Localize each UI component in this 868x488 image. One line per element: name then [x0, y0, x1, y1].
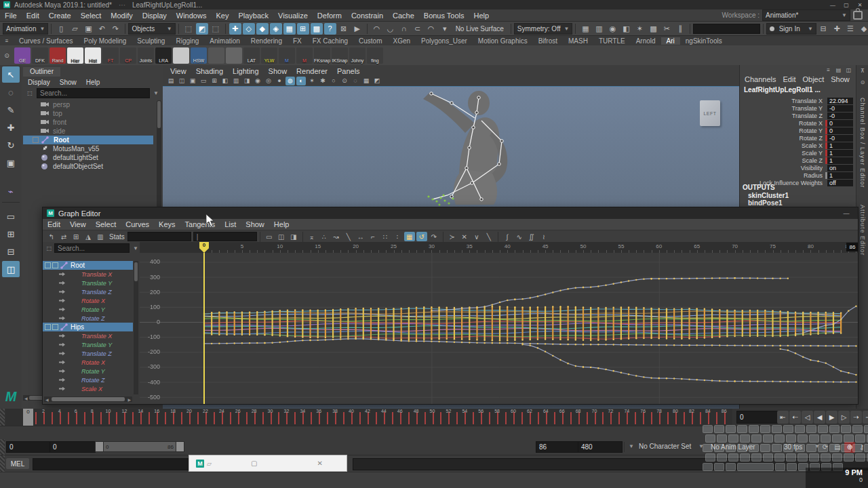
graph-editor-menu-show[interactable]: Show [241, 220, 269, 228]
viewport-icon-14[interactable]: ✱ [318, 77, 328, 85]
character-walk-button[interactable]: ⚷ [856, 442, 867, 453]
shelf-tab-curves-surfaces[interactable]: Curves / Surfaces [14, 37, 78, 45]
render-current-frame-button[interactable]: ▥ [593, 23, 605, 35]
floating-mini-window[interactable]: M ▱ ▢ ✕ [189, 455, 347, 472]
go-to-end-button[interactable]: ⇥ [863, 411, 868, 424]
channel-value-field[interactable]: 1 [827, 150, 853, 157]
ge-lattice-deform-tool[interactable]: ⊞ [71, 232, 81, 241]
tab-channel-box-layer-editor[interactable]: Channel Box / Layer Editor [859, 98, 866, 188]
ge-curve-smoothness-button[interactable]: ∬ [526, 232, 537, 241]
shelf-item-iksnap[interactable]: IKSnap [332, 47, 348, 64]
chevron-down-icon[interactable]: ▼ [153, 90, 159, 96]
snap-options-caret[interactable]: ▾ [439, 23, 451, 35]
current-time-field[interactable]: 0 [736, 411, 778, 424]
graph-search-input[interactable]: Search... [54, 243, 130, 253]
graph-tree-hscrollbar[interactable]: ◀ ▶ [44, 396, 132, 402]
shelf-menu-icon[interactable]: ≡ [1, 37, 13, 45]
lasso-select-tool[interactable]: ◌ [2, 84, 20, 100]
snap-magnet-3-icon[interactable]: ∩ [398, 23, 410, 35]
graph-editor-menu-edit[interactable]: Edit [43, 220, 65, 228]
menu-edit[interactable]: Edit [22, 12, 44, 20]
graph-node-root[interactable]: Root [43, 261, 133, 270]
expand-box[interactable] [45, 324, 51, 330]
graph-channel-translate-z[interactable]: Translate Z [43, 349, 133, 358]
channel-value-field[interactable]: 1 [827, 157, 853, 164]
ge-insert-keys-tool[interactable]: ⇄ [58, 232, 69, 241]
shelf-item-ylw[interactable]: YLW [261, 47, 277, 64]
ge-retime-tool[interactable]: ▥ [95, 232, 106, 241]
modeling-toolkit-toggle[interactable]: ⊟ [817, 23, 829, 35]
shelf-item-icon-9[interactable] [173, 47, 189, 64]
quick-help-toggle[interactable]: ? [324, 23, 336, 35]
shelf-tab-poly-modeling[interactable]: Poly Modeling [78, 37, 132, 45]
ge-auto-tangent-button[interactable]: ∶ [392, 232, 403, 241]
viewport-menu-view[interactable]: View [165, 67, 191, 75]
sidebar-pin-icon[interactable]: ⊼ [857, 65, 868, 77]
graph-channel-translate-y[interactable]: Translate Y [43, 279, 133, 287]
menu-help[interactable]: Help [469, 12, 494, 20]
command-line-grip[interactable] [0, 455, 5, 472]
shelf-item-m[interactable]: M [296, 47, 313, 64]
play-forwards-button[interactable]: ▶ [826, 411, 837, 424]
outliner-search-input[interactable]: Search... [37, 88, 150, 98]
menu-visualize[interactable]: Visualize [273, 12, 313, 20]
graph-channel-rotate-y[interactable]: Rotate Y [43, 367, 133, 375]
graph-channel-rotate-z[interactable]: Rotate Z [43, 375, 133, 384]
ge-unify-tangents-button[interactable]: ✕ [459, 232, 470, 241]
filter-icon[interactable]: ⬚ [24, 87, 36, 99]
menu-deform[interactable]: Deform [313, 12, 347, 20]
select-hierarchy-toggle[interactable]: ⬚ [182, 23, 195, 35]
shelf-item-ft[interactable]: FT [102, 47, 119, 64]
graph-channel-translate-x[interactable]: Translate X [43, 270, 133, 279]
new-scene-button[interactable]: ▯ [55, 23, 67, 35]
pause-viewport-button[interactable]: ∥ [674, 23, 686, 35]
fps-selector[interactable]: 30 fps [784, 443, 802, 451]
expand-box[interactable] [52, 324, 58, 330]
viewport-menu-renderer[interactable]: Renderer [292, 67, 332, 75]
graph-channel-rotate-x[interactable]: Rotate X [43, 296, 133, 305]
channel-value-field[interactable]: 1 [827, 142, 853, 149]
output-node-skincluster1[interactable]: skinCluster1 [748, 192, 789, 199]
character-mesh[interactable] [380, 88, 542, 206]
ge-break-tangents-button[interactable]: ≻ [447, 232, 458, 241]
shelf-item-johny[interactable]: Johny [349, 47, 366, 64]
select-component-toggle[interactable]: ⬚ [210, 23, 222, 35]
shelf-tab-xgen[interactable]: XGen [387, 37, 416, 45]
outliner-item-root[interactable]: Root [23, 136, 153, 144]
go-to-start-button[interactable]: ⇤ [777, 411, 789, 424]
open-scene-button[interactable]: ▱ [68, 23, 81, 35]
move-tool-icon[interactable]: ✚ [229, 23, 241, 35]
stats-value-field[interactable]: | [193, 232, 257, 241]
command-language-button[interactable]: MEL [6, 458, 29, 469]
current-frame-marker[interactable]: 0 [23, 409, 33, 426]
ge-post-infinity-cycle-button[interactable]: ∿ [514, 232, 525, 241]
viewport-icon-12[interactable]: ◐ [296, 77, 306, 85]
graph-channel-scale-x[interactable]: Scale X [43, 384, 133, 393]
outliner-item-side[interactable]: side [23, 127, 153, 136]
snap-view-plane-toggle[interactable]: ▦ [283, 23, 296, 35]
menu-windows[interactable]: Windows [172, 12, 212, 20]
ge-region-tool[interactable]: ◮ [83, 232, 94, 241]
snap-magnet-2-icon[interactable]: ◡ [384, 23, 397, 35]
shelf-tab-ngskintools[interactable]: ngSkinTools [680, 37, 728, 45]
ge-step-tangent-button[interactable]: ↔ [355, 232, 366, 241]
snap-magnet-4-icon[interactable]: ⊂ [412, 23, 424, 35]
sever-button[interactable]: ✂ [660, 23, 673, 35]
outliner-item-defaultobjectset[interactable]: defaultObjectSet [23, 162, 153, 171]
snap-center-toggle[interactable]: ◈ [270, 23, 282, 35]
stats-frame-field[interactable] [127, 232, 191, 241]
output-node-bindpose1[interactable]: bindPose1 [748, 199, 789, 207]
shelf-item-icon-11[interactable] [208, 47, 224, 64]
ge-linear-tangent-button[interactable]: ↝ [331, 232, 342, 241]
graph-editor-menu-view[interactable]: View [65, 220, 91, 228]
range-handle-right[interactable] [176, 442, 184, 451]
step-forward-key-button[interactable]: ▷ [838, 411, 850, 424]
viewport-icon-19[interactable]: ◩ [372, 77, 382, 85]
viewport-icon-7[interactable]: ◨ [242, 77, 252, 85]
channel-value-field[interactable]: 0 [827, 127, 853, 134]
light-editor-button[interactable]: ▩ [647, 23, 659, 35]
outliner-menu-show[interactable]: Show [55, 79, 81, 86]
shelf-item-rand[interactable]: Rand [50, 47, 66, 64]
viewport-menu-lighting[interactable]: Lighting [228, 67, 264, 75]
maximize-icon[interactable]: ▢ [251, 460, 257, 467]
